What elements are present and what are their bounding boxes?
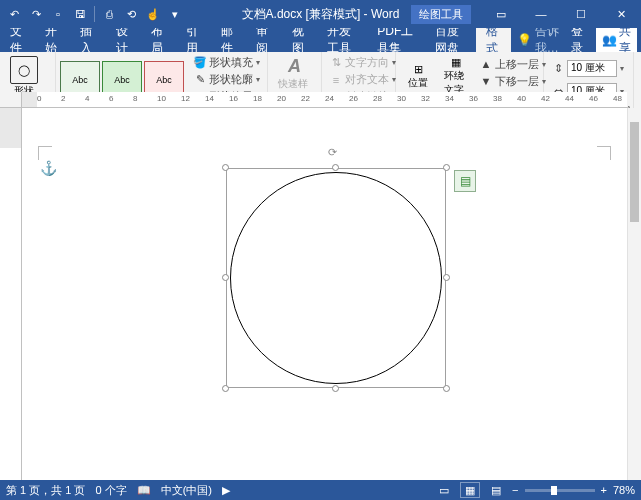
- anchor-icon[interactable]: ⚓: [40, 160, 57, 176]
- text-direction-icon: ⇅: [329, 56, 343, 70]
- zoom-slider[interactable]: [525, 489, 595, 492]
- shape-outline-button[interactable]: ✎形状轮廓▾: [190, 71, 263, 88]
- ruler-corner: [0, 92, 22, 108]
- height-input[interactable]: [567, 60, 617, 77]
- page: ⚓ ⟳ ▤: [30, 110, 619, 480]
- zoom-slider-thumb[interactable]: [551, 486, 557, 495]
- share-icon: 👥: [602, 33, 617, 47]
- touch-icon[interactable]: ☝: [143, 4, 163, 24]
- resize-handle[interactable]: [443, 274, 450, 281]
- minimize-icon[interactable]: ―: [521, 0, 561, 28]
- wrap-icon: ▦: [451, 56, 461, 69]
- fill-icon: 🪣: [193, 56, 207, 70]
- ribbon-tabs: 文件 开始 插入 设计 布局 引用 邮件 审阅 视图 开发工具 PDF工具集 百…: [0, 28, 641, 52]
- resize-handle[interactable]: [222, 164, 229, 171]
- window-title: 文档A.docx [兼容模式] - Word: [242, 6, 400, 23]
- bring-forward-button[interactable]: ▲上移一层▾: [476, 56, 549, 73]
- position-icon: ⊞: [414, 63, 423, 76]
- print-layout-icon[interactable]: ▦: [460, 482, 480, 498]
- shape-fill-button[interactable]: 🪣形状填充▾: [190, 54, 263, 71]
- align-text-button[interactable]: ≡对齐文本▾: [326, 71, 399, 88]
- title-bar: ↶ ↷ ▫ 🖫 ⎙ ⟲ ☝ ▾ 文档A.docx [兼容模式] - Word 绘…: [0, 0, 641, 28]
- close-icon[interactable]: ✕: [601, 0, 641, 28]
- height-input-row: ⇕▾: [548, 59, 627, 78]
- zoom-level[interactable]: 78%: [613, 484, 635, 496]
- redo-icon[interactable]: ↷: [26, 4, 46, 24]
- margin-corner: [597, 146, 611, 160]
- forward-icon: ▲: [479, 57, 493, 71]
- read-mode-icon[interactable]: ▭: [434, 482, 454, 498]
- back-icon[interactable]: ↶: [4, 4, 24, 24]
- zoom-in-icon[interactable]: +: [601, 484, 607, 496]
- resize-handle[interactable]: [332, 164, 339, 171]
- web-layout-icon[interactable]: ▤: [486, 482, 506, 498]
- contextual-tab-label: 绘图工具: [411, 5, 471, 24]
- word-count[interactable]: 0 个字: [95, 483, 126, 498]
- quick-access-toolbar: ↶ ↷ ▫ 🖫 ⎙ ⟲ ☝ ▾: [0, 4, 189, 24]
- scrollbar-thumb[interactable]: [630, 122, 639, 222]
- resize-handle[interactable]: [332, 385, 339, 392]
- shapes-icon: ◯: [10, 56, 38, 84]
- print-icon[interactable]: ⎙: [99, 4, 119, 24]
- undo-icon[interactable]: ⟲: [121, 4, 141, 24]
- layout-options-icon: ▤: [460, 174, 471, 188]
- save-icon[interactable]: ▫: [48, 4, 68, 24]
- resize-handle[interactable]: [222, 385, 229, 392]
- vertical-scrollbar[interactable]: [627, 108, 641, 480]
- zoom-out-icon[interactable]: −: [512, 484, 518, 496]
- status-bar: 第 1 页，共 1 页 0 个字 📖 中文(中国) ▶ ▭ ▦ ▤ − + 78…: [0, 480, 641, 500]
- macro-icon[interactable]: ▶: [222, 484, 230, 497]
- backward-icon: ▼: [479, 74, 493, 88]
- wordart-icon: A: [288, 56, 301, 77]
- send-backward-button[interactable]: ▼下移一层▾: [476, 73, 549, 90]
- circle-shape[interactable]: [230, 172, 442, 384]
- outline-icon: ✎: [193, 73, 207, 87]
- spelling-icon[interactable]: 📖: [137, 484, 151, 497]
- maximize-icon[interactable]: ☐: [561, 0, 601, 28]
- layout-options-button[interactable]: ▤: [454, 170, 476, 192]
- align-text-icon: ≡: [329, 73, 343, 87]
- text-direction-button[interactable]: ⇅文字方向▾: [326, 54, 399, 71]
- ribbon-options-icon[interactable]: ▭: [481, 0, 521, 28]
- selected-shape[interactable]: ⟳: [226, 168, 446, 388]
- resize-handle[interactable]: [443, 164, 450, 171]
- language-status[interactable]: 中文(中国): [161, 483, 212, 498]
- height-icon: ⇕: [551, 61, 565, 75]
- save-as-icon[interactable]: 🖫: [70, 4, 90, 24]
- page-count[interactable]: 第 1 页，共 1 页: [6, 483, 85, 498]
- margin-corner: [38, 146, 52, 160]
- document-area[interactable]: ⚓ ⟳ ▤: [22, 108, 627, 480]
- resize-handle[interactable]: [222, 274, 229, 281]
- vertical-ruler[interactable]: [0, 108, 22, 480]
- rotate-handle-icon[interactable]: ⟳: [328, 146, 344, 162]
- horizontal-ruler[interactable]: 0246810121416182022242628303234363840424…: [22, 92, 627, 108]
- bulb-icon: 💡: [517, 33, 532, 47]
- resize-handle[interactable]: [443, 385, 450, 392]
- qat-more-icon[interactable]: ▾: [165, 4, 185, 24]
